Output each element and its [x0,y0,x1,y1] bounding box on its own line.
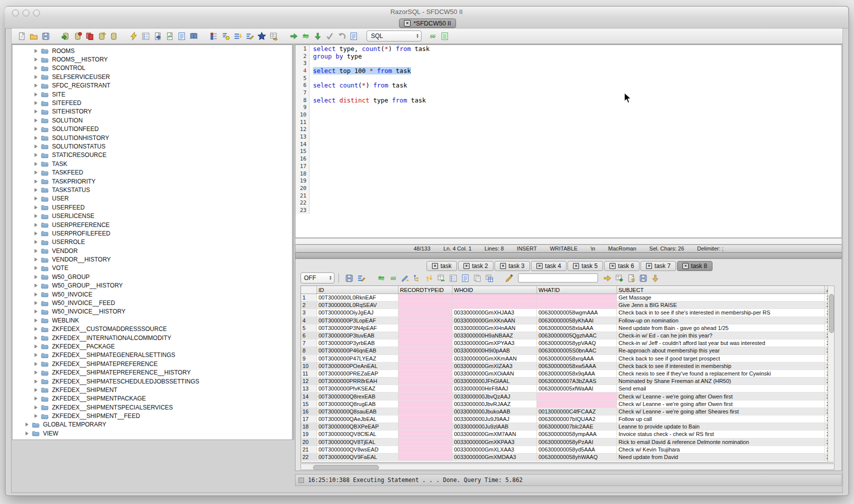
table-cell[interactable]: 00630000007blc2AAE [537,423,617,430]
table-cell[interactable] [398,408,452,416]
tree-item[interactable]: USERFEED [12,203,292,212]
disclosure-triangle-icon[interactable] [34,144,38,148]
close-window-icon[interactable] [12,10,19,16]
table-row[interactable]: 1600T3000000Q8sauEAB0033000000JbukoAAB00… [301,408,834,416]
copy-table-icon[interactable] [85,32,94,41]
table-cell[interactable]: 0033000000GmXPYAA3 [452,340,537,347]
table-cell[interactable]: 00T3000000OiyJgEAJ [317,309,398,316]
table-cell[interactable] [398,400,452,408]
editor-line[interactable]: 2group by type [296,52,842,60]
editor-line[interactable]: 4select top 100 * from task [296,67,842,74]
tree-item[interactable]: USERROLE [12,238,292,246]
reload-table-icon[interactable] [436,274,446,283]
disclosure-triangle-icon[interactable] [34,84,38,88]
table-cell[interactable]: 00T3000000PREZaEAP [317,370,398,378]
table-cell[interactable] [398,317,452,324]
table-cell[interactable]: 0033000000JFhGlAAL [452,378,537,385]
table-row[interactable]: 300T3000000OiyJgEAJ0033000000GmXHJAA3006… [301,309,834,316]
table-row[interactable]: 700T3000000P3yrbEAB0033000000GmXPYAA3006… [301,340,834,347]
result-tab[interactable]: task 6 [604,261,640,271]
table-cell[interactable]: 0033000000GmXHJAA3 [452,309,537,316]
table-row[interactable]: 100T3000000L0RknEAFGet Massage200 [301,294,834,302]
execute-forward-icon[interactable] [289,32,298,41]
table-cell[interactable]: 00T3000000PfvKSEAZ [317,385,398,392]
tree-item[interactable]: ZKFEDEX__SHIPMENTPACKAGE [12,394,292,403]
table-row[interactable]: 1200T3000000PRR8rEAH0033000000JFhGlAAL00… [301,378,834,385]
disclosure-triangle-icon[interactable] [34,292,38,296]
table-cell[interactable] [398,347,452,354]
view-record-icon[interactable] [460,274,470,283]
tree-item[interactable]: VIEW [12,429,292,438]
rollback-icon[interactable] [337,32,346,41]
table-cell[interactable]: 0033000000JbvRJAAZ [452,400,537,408]
editor-line[interactable]: 15 [296,148,842,156]
table-cell[interactable]: Check-in w/ Jeff - couldn't afford last … [617,340,825,347]
table-cell[interactable]: Follow up call [617,416,825,423]
row-number[interactable]: 22 [301,454,317,461]
tree-item[interactable]: ZKFEDEX__SHIPMATEPREFERENCE [12,360,292,368]
table-cell[interactable] [452,294,537,302]
table-cell[interactable] [398,294,452,302]
disclosure-triangle-icon[interactable] [34,396,38,400]
table-cell[interactable]: 006300000058wgmAAA [537,309,617,316]
table-cell[interactable]: 00T3000000Q8rugEAB [317,400,398,408]
table-cell[interactable] [398,385,452,392]
table-cell[interactable]: 00630000007bIQUAA2 [537,416,617,423]
editor-line[interactable]: 9 [296,104,842,112]
tree-item[interactable]: SITE [12,90,292,98]
tree-item[interactable]: SITEFEED [12,98,292,107]
tab-close-icon[interactable] [536,263,542,269]
export-data-icon[interactable] [153,32,162,41]
row-number[interactable]: 1 [301,294,317,302]
editor-line[interactable]: 12 [296,126,842,134]
table-cell[interactable] [398,430,452,438]
disclosure-triangle-icon[interactable] [34,127,38,131]
table-cell[interactable]: 00630000005S0bnAAC [537,347,617,354]
tab-close-icon[interactable] [500,263,506,269]
table-cell[interactable] [398,355,452,362]
disclosure-triangle-icon[interactable] [34,353,38,357]
table-cell[interactable]: 0033000000GmXIZAA3 [452,362,537,370]
row-number[interactable]: 10 [301,362,317,370]
disclosure-triangle-icon[interactable] [34,301,38,305]
commit-icon[interactable] [325,32,334,41]
refresh-results-icon[interactable] [376,274,386,283]
table-cell[interactable]: 0033000000GmXM7AAN [452,430,537,438]
table-cell[interactable]: Rick to email David & reference Delmonte… [617,438,825,446]
table-cell[interactable] [398,378,452,385]
disclosure-triangle-icon[interactable] [34,318,38,322]
column-list-icon[interactable] [448,274,458,283]
table-cell[interactable] [398,324,452,332]
table-cell[interactable]: 006300000058xlaAAA [537,324,617,332]
table-row[interactable]: 2000T3000000QV8TjEAL0033000000GmXKPAA300… [301,438,834,446]
find-next-icon[interactable] [602,274,612,283]
table-row[interactable]: 1500T3000000Q8rugEAB0033000000JbvRJAAZCh… [301,400,834,408]
disclosure-triangle-icon[interactable] [34,380,38,384]
editor-line[interactable]: 1select type, count(*) from task [296,45,842,52]
new-db-object-icon[interactable] [97,32,106,41]
fetch-all-icon[interactable] [313,32,322,41]
disclosure-triangle-icon[interactable] [34,406,38,410]
disclosure-triangle-icon[interactable] [34,118,38,122]
tab-close-icon[interactable] [404,20,410,26]
editor-line[interactable]: 19 [296,177,842,184]
table-cell[interactable]: 00T3000000Q8rexEAB [317,392,398,400]
table-cell[interactable]: 00T3000000P3tuvEAB [317,332,398,340]
tree-item[interactable]: ZKFEDEX__CUSTOMADDRESSSOURCE [12,325,292,334]
tree-item[interactable]: SITEHISTORY [12,108,292,116]
editor-line[interactable]: 6select count(*) from task [296,82,842,89]
table-cell[interactable]: 006300000058yhWAAQ [537,454,617,461]
table-cell[interactable]: 00T3000000QV8CfEAL [317,430,398,438]
table-cell[interactable]: 006300000058ympAAA [537,430,617,438]
editor-line[interactable]: 20 [296,184,842,192]
favorites-icon[interactable] [257,32,266,41]
table-cell[interactable]: 0033000000GmXKPAA3 [452,438,537,446]
database-browser-tree[interactable]: ROOMSROOMS__HISTORYSCONTROLSELFSERVICEUS… [12,44,292,440]
view-results-glasses-icon[interactable]: 66 [428,32,438,41]
tree-item[interactable]: SCONTROL [12,64,292,72]
disclosure-triangle-icon[interactable] [34,180,38,184]
table-cell[interactable]: 0033000000GmXLXAA3 [452,446,537,454]
table-cell[interactable]: Check back to see if good target prospec… [617,355,825,362]
editor-line[interactable]: 3 [296,60,842,67]
row-number[interactable]: 21 [301,446,317,454]
